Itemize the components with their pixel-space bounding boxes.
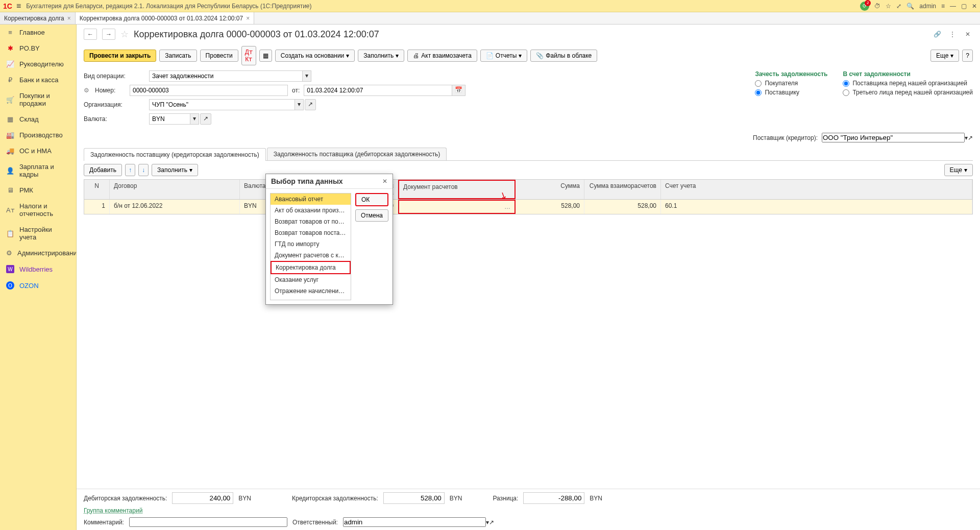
sidebar-item-rmk[interactable]: 🖥РМК	[0, 182, 76, 198]
tab-close-icon[interactable]: ×	[246, 15, 250, 22]
th-sum[interactable]: Сумма	[516, 180, 584, 199]
cell-sum[interactable]: 528,00	[516, 200, 584, 214]
list-item[interactable]: Документ расчетов с контраг...	[271, 250, 351, 261]
deb-input[interactable]	[172, 492, 233, 504]
sidebar-item-admin[interactable]: ⚙Администрирование	[0, 245, 76, 261]
sidebar-item-wildberries[interactable]: WWildberries	[0, 261, 76, 277]
notification-icon[interactable]: ⟳2	[860, 2, 869, 11]
list-item[interactable]: Оказание услуг	[271, 274, 351, 285]
cur-input[interactable]	[149, 113, 190, 125]
tab-debtor-debt[interactable]: Задолженность поставщика (дебиторская за…	[267, 148, 447, 160]
sidebar-item-taxes[interactable]: АᴛНалоги и отчетность	[0, 198, 76, 222]
supplier-input[interactable]	[822, 133, 965, 142]
list-item[interactable]: Возврат товаров от покупателя	[271, 216, 351, 227]
list-item[interactable]: Отражение начисления НДС	[271, 285, 351, 297]
fill-table-button[interactable]: Заполнить ▾	[152, 164, 198, 176]
dropdown-icon[interactable]: ▾	[295, 99, 304, 110]
maximize-icon[interactable]: ▢	[961, 3, 967, 10]
radio-buyer[interactable]: Покупателя	[755, 80, 827, 87]
tab-creditor-debt[interactable]: Задолженность поставщику (кредиторская з…	[84, 148, 266, 161]
ellipsis-icon[interactable]: …	[504, 203, 510, 210]
reports-button[interactable]: 📄 Отчеты ▾	[480, 50, 527, 62]
cell-account[interactable]: 60.1	[661, 200, 972, 214]
sidebar-item-hr[interactable]: 👤Зарплата и кадры	[0, 159, 76, 182]
list-item-correction[interactable]: Корректировка долга	[271, 261, 351, 274]
open-icon[interactable]: ↗	[968, 134, 973, 141]
sidebar-item-settings[interactable]: 📋Настройки учета	[0, 222, 76, 245]
settings-icon[interactable]: ≡	[941, 3, 945, 10]
diff-input[interactable]	[523, 492, 584, 504]
write-button[interactable]: Записать	[159, 50, 197, 62]
act-button[interactable]: 🖨 Акт взаимозачета	[407, 50, 477, 62]
num-input[interactable]	[130, 85, 288, 96]
table-row[interactable]: 1 б/н от 12.06.2022 BYN 1,0000 … 528,00 …	[84, 200, 972, 214]
add-button[interactable]: Добавить	[84, 164, 122, 176]
star-icon[interactable]: ☆	[886, 3, 891, 10]
help-button[interactable]: ?	[962, 50, 973, 62]
open-icon[interactable]: ↗	[305, 99, 316, 110]
move-up-button[interactable]: ↑	[125, 164, 135, 176]
tab-correction-doc[interactable]: Корректировка долга 0000-000003 от 01.03…	[76, 12, 254, 24]
fill-button[interactable]: Заполнить ▾	[358, 50, 404, 62]
op-input[interactable]	[149, 70, 302, 82]
tab-correction[interactable]: Корректировка долга ×	[0, 12, 76, 24]
more-icon[interactable]: ⋮	[947, 31, 958, 38]
list-item[interactable]: Авансовый отчет	[271, 194, 351, 205]
open-icon[interactable]: ↗	[200, 113, 211, 125]
sidebar-item-poby[interactable]: ✱PO.BY	[0, 40, 76, 56]
files-button[interactable]: 📎 Файлы в облаке	[530, 50, 597, 62]
sidebar-item-sales[interactable]: 🛒Покупки и продажи	[0, 88, 76, 111]
comment-input[interactable]	[129, 517, 287, 527]
dt-kt-button[interactable]: ДᴛКᴛ	[241, 46, 256, 65]
list-item[interactable]: ГТД по импорту	[271, 238, 351, 250]
favorite-icon[interactable]: ☆	[120, 29, 129, 40]
grid-button[interactable]: ▦	[259, 50, 272, 62]
sidebar-item-production[interactable]: 🏭Производство	[0, 127, 76, 143]
calendar-icon[interactable]: 📅	[452, 85, 465, 96]
close-icon[interactable]: ✕	[972, 3, 977, 10]
list-item[interactable]: Акт об оказании производств...	[271, 205, 351, 216]
date-input[interactable]	[304, 85, 452, 96]
th-account[interactable]: Счет учета	[661, 180, 972, 199]
cancel-button[interactable]: Отмена	[355, 209, 388, 222]
list-item[interactable]: Отражение НДС к вычету	[271, 297, 351, 300]
post-close-button[interactable]: Провести и закрыть	[84, 50, 156, 62]
open-icon[interactable]: ↗	[489, 519, 494, 526]
org-input[interactable]	[149, 99, 295, 110]
cred-input[interactable]	[383, 492, 445, 504]
th-contract[interactable]: Договор	[110, 180, 240, 199]
close-page-icon[interactable]: ✕	[963, 31, 973, 38]
nav-forward-button[interactable]: →	[102, 29, 115, 40]
post-button[interactable]: Провести	[200, 50, 238, 62]
search-icon[interactable]: 🔍	[906, 3, 914, 10]
radio-our-org[interactable]: Поставщика перед нашей организацией	[843, 80, 973, 87]
list-item[interactable]: Возврат товаров поставщику	[271, 227, 351, 238]
sidebar-item-bank[interactable]: ₽Банк и касса	[0, 72, 76, 88]
radio-third-party[interactable]: Третьего лица перед нашей организацией	[843, 89, 973, 96]
sidebar-item-ozon[interactable]: OOZON	[0, 277, 76, 294]
more-table-button[interactable]: Еще ▾	[944, 164, 973, 176]
th-settlement-doc[interactable]: Документ расчетов↘	[398, 180, 516, 199]
minimize-icon[interactable]: —	[950, 3, 956, 10]
move-down-button[interactable]: ↓	[138, 164, 149, 176]
sidebar-item-manager[interactable]: 📈Руководителю	[0, 56, 76, 72]
tab-close-icon[interactable]: ×	[67, 15, 71, 22]
cell-doc[interactable]: …	[398, 200, 516, 214]
th-n[interactable]: N	[84, 180, 110, 199]
menu-icon[interactable]: ≡	[16, 2, 21, 11]
more-button[interactable]: Еще ▾	[930, 50, 959, 62]
modal-close-icon[interactable]: ✕	[382, 178, 387, 185]
comment-group-link[interactable]: Группа комментарий	[84, 507, 142, 514]
cell-n[interactable]: 1	[84, 200, 110, 214]
sidebar-item-warehouse[interactable]: ▦Склад	[0, 111, 76, 127]
sidebar-item-main[interactable]: ≡Главное	[0, 25, 76, 40]
link-icon[interactable]: ⤢	[896, 3, 901, 10]
nav-back-button[interactable]: ←	[84, 29, 97, 40]
link-icon[interactable]: 🔗	[932, 31, 942, 38]
history-icon[interactable]: ⏱	[874, 3, 880, 10]
resp-input[interactable]	[343, 517, 486, 527]
dropdown-icon[interactable]: ▾	[302, 70, 311, 82]
ok-button[interactable]: ОК	[355, 193, 388, 206]
th-sum-settlements[interactable]: Сумма взаиморасчетов	[584, 180, 661, 199]
cell-contract[interactable]: б/н от 12.06.2022	[110, 200, 240, 214]
